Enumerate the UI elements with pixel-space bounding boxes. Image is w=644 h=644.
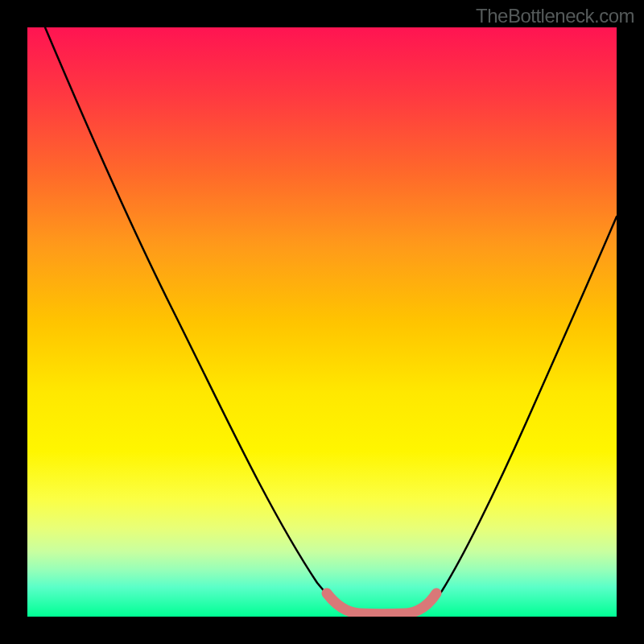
chart-svg (27, 27, 617, 617)
chart-frame: TheBottleneck.com (0, 0, 644, 644)
plot-area (27, 27, 617, 617)
watermark-text: TheBottleneck.com (476, 5, 634, 27)
curve-path (45, 27, 617, 614)
valley-highlight-path (327, 593, 436, 614)
